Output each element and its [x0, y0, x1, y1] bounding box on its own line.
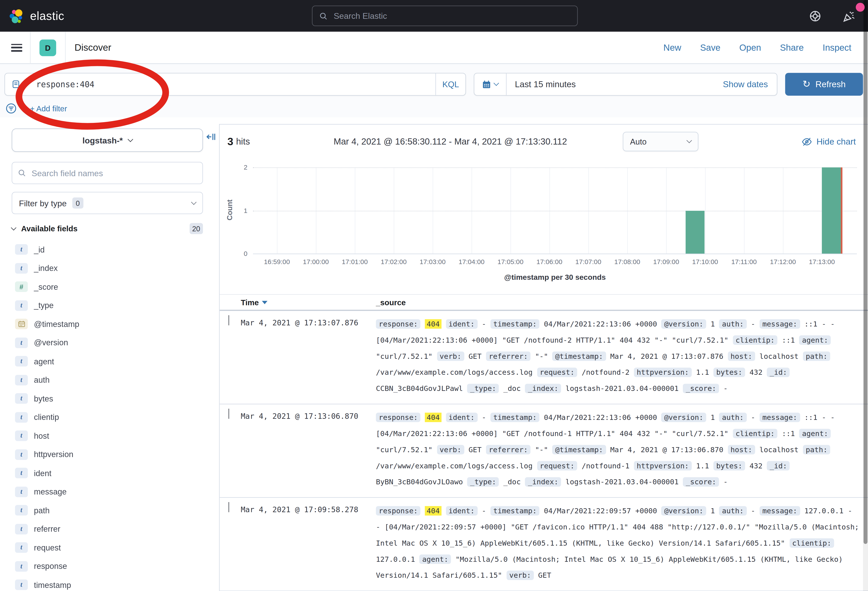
highlighted-value: 404: [425, 506, 441, 516]
hide-chart-button[interactable]: Hide chart: [802, 137, 856, 147]
global-search-input[interactable]: [333, 10, 571, 21]
refresh-button[interactable]: ↻ Refresh: [785, 73, 863, 96]
hits-count: 3: [227, 136, 233, 148]
menu-share[interactable]: Share: [780, 43, 804, 52]
query-language-button[interactable]: KQL: [435, 74, 465, 95]
string-type-icon: t: [15, 430, 28, 441]
show-dates-link[interactable]: Show dates: [723, 79, 777, 89]
field-value: "curl/7.52.1": [376, 352, 433, 361]
app-bar: D Discover NewSaveOpenShareInspect: [0, 32, 868, 64]
field-item-_type[interactable]: t_type: [0, 296, 219, 315]
field-item-host[interactable]: thost: [0, 427, 219, 445]
global-search[interactable]: [312, 6, 578, 26]
highlighted-value: 404: [425, 319, 441, 329]
divider: [21, 108, 25, 109]
field-label: verb:: [437, 352, 464, 361]
field-item-request[interactable]: trequest: [0, 538, 219, 557]
field-item-_index[interactable]: t_index: [0, 259, 219, 278]
elastic-logo[interactable]: elastic: [8, 7, 64, 24]
field-label: ident:: [446, 319, 477, 329]
field-value: /notfound-1: [582, 461, 629, 470]
menu-open[interactable]: Open: [740, 43, 761, 52]
menu-icon[interactable]: [11, 44, 22, 51]
collapse-sidebar-icon[interactable]: [206, 132, 217, 142]
x-tick: 17:10:00: [686, 258, 725, 266]
menu-new[interactable]: New: [663, 43, 681, 52]
menu-inspect[interactable]: Inspect: [823, 43, 852, 52]
field-value: 432: [749, 461, 762, 470]
time-range-value[interactable]: Last 15 minutes: [506, 79, 576, 89]
x-axis-line: [253, 254, 857, 254]
menu-save[interactable]: Save: [700, 43, 720, 52]
field-label: auth:: [719, 506, 747, 516]
field-item-referrer[interactable]: treferrer: [0, 520, 219, 538]
field-item-agent[interactable]: tagent: [0, 352, 219, 371]
query-text[interactable]: response:404: [34, 80, 435, 89]
field-label: agent:: [419, 554, 451, 564]
filter-count-badge: 0: [72, 198, 83, 208]
field-item-message[interactable]: tmessage: [0, 483, 219, 501]
field-label: clientip:: [790, 538, 834, 548]
field-item-_id[interactable]: t_id: [0, 240, 219, 259]
scrollbar-thumb[interactable]: [864, 0, 868, 544]
filter-icon[interactable]: [6, 103, 16, 114]
available-fields-header[interactable]: Available fields 20: [12, 223, 203, 234]
expand-row-icon[interactable]: [229, 315, 229, 325]
x-tick: 17:04:00: [452, 258, 491, 266]
field-label: response:: [376, 319, 421, 329]
string-type-icon: t: [15, 300, 28, 311]
string-type-icon: t: [15, 244, 28, 255]
field-item-path[interactable]: tpath: [0, 501, 219, 520]
saved-query-menu-button[interactable]: [5, 74, 34, 95]
field-item-ident[interactable]: tident: [0, 464, 219, 482]
brand-name: elastic: [30, 9, 64, 22]
row-source: response: 404 ident: - timestamp: 04/Mar…: [376, 503, 868, 583]
field-label: @timestamp:: [552, 352, 606, 361]
chevron-down-icon: [191, 199, 196, 205]
field-value: -: [482, 413, 486, 422]
field-item-clientip[interactable]: tclientip: [0, 408, 219, 427]
index-pattern-select[interactable]: logstash-*: [12, 129, 203, 152]
field-label: request:: [537, 461, 577, 471]
field-name: _index: [34, 264, 58, 273]
field-search-input[interactable]: [31, 168, 197, 179]
field-item-@version[interactable]: t@version: [0, 333, 219, 352]
x-tick: 17:06:00: [530, 258, 569, 266]
x-tick: 17:13:00: [803, 258, 841, 266]
expand-row-icon[interactable]: [229, 502, 229, 512]
interval-select[interactable]: Auto: [623, 132, 698, 151]
field-search[interactable]: [12, 162, 203, 184]
x-tick: 17:02:00: [374, 258, 413, 266]
histogram-time-range: Mar 4, 2021 @ 16:58:30.112 - Mar 4, 2021…: [334, 137, 567, 147]
histogram-bar[interactable]: [822, 167, 841, 253]
histogram-chart[interactable]: Count @timestamp per 30 seconds 16:59:00…: [220, 159, 868, 294]
histogram-bar[interactable]: [686, 210, 704, 254]
x-tick: 17:01:00: [335, 258, 374, 266]
field-item-timestamp[interactable]: ttimestamp: [0, 576, 219, 591]
app-badge[interactable]: D: [39, 39, 56, 56]
field-label: bytes:: [713, 461, 745, 471]
newsfeed-icon[interactable]: [842, 9, 856, 22]
field-item-@timestamp[interactable]: @timestamp: [0, 315, 219, 333]
string-type-icon: t: [15, 263, 28, 273]
filter-by-type-select[interactable]: Filter by type 0: [12, 192, 203, 214]
field-item-auth[interactable]: tauth: [0, 371, 219, 389]
field-item-httpversion[interactable]: thttpversion: [0, 445, 219, 464]
field-item-_score[interactable]: #_score: [0, 278, 219, 296]
scrollbar[interactable]: [863, 0, 868, 591]
query-input[interactable]: response:404 KQL: [4, 73, 466, 96]
column-time[interactable]: Time: [241, 298, 376, 307]
string-type-icon: t: [15, 449, 28, 460]
expand-row-icon[interactable]: [229, 409, 229, 419]
field-item-response[interactable]: tresponse: [0, 557, 219, 576]
sort-desc-icon[interactable]: [262, 301, 267, 304]
date-quick-menu-button[interactable]: [474, 74, 506, 95]
table-header: Time _source: [220, 294, 868, 311]
chevron-down-icon: [686, 138, 692, 143]
field-item-bytes[interactable]: tbytes: [0, 389, 219, 408]
help-icon[interactable]: [809, 10, 821, 22]
divider: [30, 31, 31, 64]
field-label: timestamp:: [490, 506, 540, 516]
available-count-badge: 20: [189, 223, 203, 234]
add-filter-link[interactable]: + Add filter: [30, 104, 67, 113]
